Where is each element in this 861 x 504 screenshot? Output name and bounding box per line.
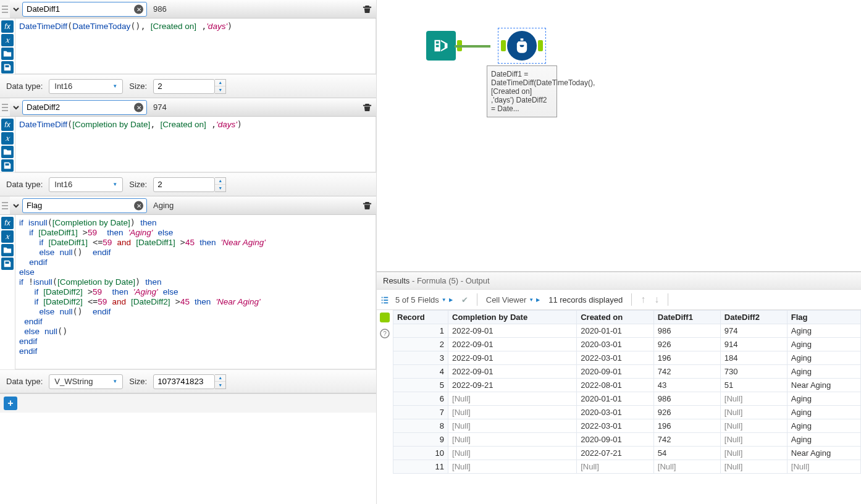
table-cell: [Null] xyxy=(448,419,577,433)
delete-formula-button[interactable] xyxy=(358,4,376,14)
table-cell: 742 xyxy=(653,365,720,379)
cell-viewer-dropdown[interactable]: Cell Viewer ▼ ▶ xyxy=(486,295,540,304)
table-cell: 2020-03-01 xyxy=(577,338,654,351)
svg-rect-6 xyxy=(2,202,8,203)
output-anchor-icon[interactable] xyxy=(380,313,390,322)
folder-icon[interactable] xyxy=(1,146,14,158)
expression-editor[interactable]: if isnull([Completion by Date]) then if … xyxy=(15,215,376,369)
table-cell: Aging xyxy=(787,324,860,338)
output-column-input[interactable] xyxy=(22,198,147,213)
table-cell: 196 xyxy=(653,351,720,365)
clear-icon[interactable]: ✕ xyxy=(134,4,143,14)
fx-icon[interactable]: fx xyxy=(1,119,14,131)
record-cell: 7 xyxy=(393,406,448,419)
table-cell: [Null] xyxy=(448,460,577,474)
table-cell: [Null] xyxy=(448,433,577,447)
svg-rect-2 xyxy=(2,12,8,13)
clear-icon[interactable]: ✕ xyxy=(134,103,143,112)
list-icon[interactable] xyxy=(380,296,389,304)
clear-icon[interactable]: ✕ xyxy=(134,201,143,210)
svg-rect-9 xyxy=(382,297,383,298)
table-cell: [Null] xyxy=(448,447,577,460)
svg-rect-12 xyxy=(384,300,388,301)
variable-icon[interactable]: 𝑥 xyxy=(1,230,14,243)
table-row[interactable]: 3 2022-09-01 2022-03-01 196 184 Aging xyxy=(393,351,861,365)
folder-icon[interactable] xyxy=(1,48,14,60)
table-row[interactable]: 4 2022-09-01 2020-09-01 742 730 Aging xyxy=(393,365,861,379)
table-column-header[interactable]: Created on xyxy=(577,311,654,324)
table-cell: 730 xyxy=(720,365,787,379)
nav-down-icon[interactable]: ↓ xyxy=(654,294,659,305)
results-title: Results - Formula (5) - Output xyxy=(377,272,861,290)
table-cell: Aging xyxy=(787,338,860,351)
results-table[interactable]: RecordCompletion by DateCreated onDateDi… xyxy=(393,310,861,474)
fx-icon[interactable]: fx xyxy=(1,20,14,33)
fields-label: 5 of 5 Fields xyxy=(395,295,439,304)
fx-icon[interactable]: fx xyxy=(1,217,14,229)
data-type-dropdown[interactable]: Int16 xyxy=(49,79,123,94)
output-column-input[interactable] xyxy=(22,2,147,17)
table-cell: 2022-07-21 xyxy=(577,447,654,460)
input-data-tool-node[interactable] xyxy=(426,31,456,61)
expression-editor[interactable]: DateTimeDiff(DateTimeToday(), [Created o… xyxy=(15,19,376,74)
variable-icon[interactable]: 𝑥 xyxy=(1,132,14,145)
table-row[interactable]: 5 2022-09-21 2022-08-01 43 51 Near Aging xyxy=(393,379,861,392)
table-row[interactable]: 10 [Null] 2022-07-21 54 [Null] Near Agin… xyxy=(393,447,861,460)
save-icon[interactable] xyxy=(1,159,14,172)
table-row[interactable]: 7 [Null] 2020-03-01 926 [Null] Aging xyxy=(393,406,861,419)
size-input[interactable] xyxy=(153,374,215,389)
data-type-dropdown[interactable]: V_WString xyxy=(49,374,123,389)
table-cell: [Null] xyxy=(577,460,654,474)
help-icon[interactable]: ? xyxy=(380,329,390,338)
table-column-header[interactable]: Flag xyxy=(787,311,860,324)
folder-icon[interactable] xyxy=(1,244,14,256)
add-formula-button[interactable]: + xyxy=(4,397,17,410)
record-cell: 3 xyxy=(393,351,448,365)
data-preview-value: Aging xyxy=(147,201,358,210)
output-column-input[interactable] xyxy=(22,100,147,115)
size-spinner[interactable]: ▲▼ xyxy=(215,79,226,94)
table-cell: 986 xyxy=(653,324,720,338)
table-row[interactable]: 9 [Null] 2020-09-01 742 [Null] Aging xyxy=(393,433,861,447)
collapse-chevron-icon[interactable] xyxy=(10,202,22,209)
drag-handle-icon[interactable] xyxy=(0,0,10,18)
table-cell: 51 xyxy=(720,379,787,392)
table-cell: 742 xyxy=(653,433,720,447)
collapse-chevron-icon[interactable] xyxy=(10,104,22,111)
data-type-label: Data type: xyxy=(6,180,43,189)
fields-dropdown[interactable]: 5 of 5 Fields ▼ ▶ xyxy=(395,295,453,304)
size-label: Size: xyxy=(129,82,147,91)
table-row[interactable]: 6 [Null] 2020-01-01 986 [Null] Aging xyxy=(393,392,861,406)
table-cell: Aging xyxy=(787,406,860,419)
expression-editor[interactable]: DateTimeDiff([Completion by Date], [Crea… xyxy=(15,117,376,172)
table-cell: 926 xyxy=(653,338,720,351)
variable-icon[interactable]: 𝑥 xyxy=(1,34,14,46)
table-column-header[interactable]: DateDiff1 xyxy=(653,311,720,324)
delete-formula-button[interactable] xyxy=(358,201,376,210)
collapse-chevron-icon[interactable] xyxy=(10,6,22,13)
table-row[interactable]: 2 2022-09-01 2020-03-01 926 914 Aging xyxy=(393,338,861,351)
table-cell: [Null] xyxy=(653,460,720,474)
table-row[interactable]: 8 [Null] 2022-03-01 196 [Null] Aging xyxy=(393,419,861,433)
table-row[interactable]: 1 2022-09-01 2020-01-01 986 974 Aging xyxy=(393,324,861,338)
drag-handle-icon[interactable] xyxy=(0,196,10,214)
table-cell: Near Aging xyxy=(787,379,860,392)
size-input[interactable] xyxy=(153,177,215,192)
table-row[interactable]: 11 [Null] [Null] [Null] [Null] [Null] xyxy=(393,460,861,474)
table-column-header[interactable]: DateDiff2 xyxy=(720,311,787,324)
size-input[interactable] xyxy=(153,79,215,94)
table-column-header[interactable]: Record xyxy=(393,311,448,324)
drag-handle-icon[interactable] xyxy=(0,98,10,116)
data-type-dropdown[interactable]: Int16 xyxy=(49,177,123,192)
save-icon[interactable] xyxy=(1,258,14,270)
save-icon[interactable] xyxy=(1,61,14,74)
svg-rect-15 xyxy=(380,313,390,322)
nav-up-icon[interactable]: ↑ xyxy=(640,294,645,305)
delete-formula-button[interactable] xyxy=(358,103,376,112)
size-spinner[interactable]: ▲▼ xyxy=(215,374,226,389)
svg-rect-1 xyxy=(2,9,8,10)
workflow-canvas[interactable]: DateDiff1 = DateTimeDiff(DateTimeToday()… xyxy=(377,0,861,272)
size-spinner[interactable]: ▲▼ xyxy=(215,177,226,192)
table-column-header[interactable]: Completion by Date xyxy=(448,311,577,324)
table-cell: 2022-09-21 xyxy=(448,379,577,392)
